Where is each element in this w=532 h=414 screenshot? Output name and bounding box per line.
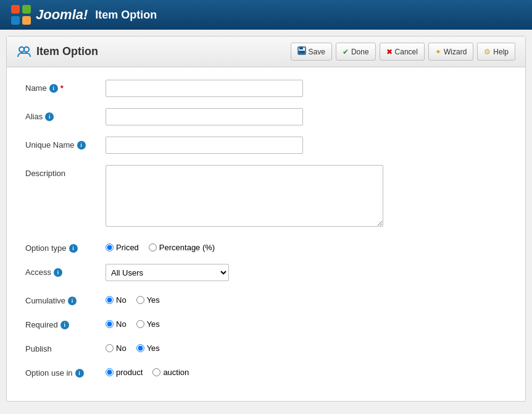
alias-input[interactable] [106, 108, 303, 125]
unique-name-input[interactable] [106, 137, 303, 154]
name-row: Name i * [25, 80, 507, 97]
name-field [106, 80, 507, 97]
unique-name-field [106, 137, 507, 154]
option-type-percentage-option[interactable]: Percentage (%) [149, 243, 215, 252]
option-use-auction-label: auction [163, 368, 189, 377]
unique-name-row: Unique Name i [25, 137, 507, 154]
name-required: * [60, 83, 64, 93]
main-panel: Item Option Save ✔ Done ✖ Canc [6, 36, 526, 402]
name-input[interactable] [106, 80, 303, 97]
svg-point-5 [24, 47, 29, 52]
option-use-auction-radio[interactable] [152, 368, 160, 376]
required-yes-option[interactable]: Yes [136, 319, 160, 329]
alias-label: Alias i [25, 108, 106, 121]
section-title: Item Option [17, 44, 98, 59]
publish-no-radio[interactable] [106, 344, 114, 352]
option-use-product-radio[interactable] [106, 368, 114, 376]
publish-yes-radio[interactable] [136, 344, 144, 352]
alias-info-icon[interactable]: i [45, 112, 54, 121]
wizard-button[interactable]: ✦ Wizard [428, 43, 473, 61]
publish-radio-group: No Yes [106, 340, 507, 353]
access-label: Access i [25, 264, 106, 277]
cancel-button[interactable]: ✖ Cancel [380, 43, 425, 61]
description-field [106, 165, 507, 229]
option-type-priced-label: Priced [116, 243, 139, 252]
cumulative-no-label: No [116, 295, 127, 305]
cancel-icon: ✖ [386, 48, 393, 56]
description-row: Description [25, 165, 507, 229]
cumulative-info-icon[interactable]: i [68, 297, 77, 305]
save-label: Save [309, 48, 325, 56]
save-button[interactable]: Save [291, 43, 332, 61]
required-no-radio[interactable] [106, 320, 114, 328]
wizard-label: Wizard [444, 48, 467, 56]
option-use-product-label: product [116, 368, 143, 377]
alias-field [106, 108, 507, 125]
unique-name-label: Unique Name i [25, 137, 106, 150]
joomla-logo-icon [10, 4, 32, 26]
cumulative-yes-option[interactable]: Yes [136, 295, 160, 305]
topbar-title: Item Option [95, 9, 157, 22]
option-type-priced-radio[interactable] [106, 243, 114, 251]
cumulative-no-radio[interactable] [106, 296, 114, 304]
option-use-in-info-icon[interactable]: i [75, 369, 84, 378]
option-type-percentage-label: Percentage (%) [159, 243, 215, 252]
option-use-product-option[interactable]: product [106, 368, 143, 377]
publish-no-label: No [116, 344, 127, 353]
cumulative-yes-radio[interactable] [136, 296, 144, 304]
option-type-info-icon[interactable]: i [69, 244, 78, 253]
publish-label: Publish [25, 340, 106, 353]
required-row: Required i No Yes [25, 316, 507, 329]
required-no-option[interactable]: No [106, 319, 127, 329]
svg-point-4 [19, 47, 24, 52]
publish-field: No Yes [106, 340, 507, 353]
help-label: Help [493, 48, 509, 56]
option-use-in-field: product auction [106, 365, 507, 377]
done-label: Done [351, 48, 369, 56]
cumulative-no-option[interactable]: No [106, 295, 127, 305]
publish-yes-label: Yes [147, 344, 160, 353]
save-icon [297, 46, 306, 57]
name-label: Name i * [25, 80, 106, 93]
option-use-in-row: Option use in i product auction [25, 365, 507, 378]
option-type-label: Option type i [25, 240, 106, 253]
required-no-label: No [116, 319, 127, 329]
name-info-icon[interactable]: i [49, 84, 58, 93]
required-radio-group: No Yes [106, 316, 507, 329]
option-type-radio-group: Priced Percentage (%) [106, 240, 507, 252]
description-textarea[interactable] [106, 165, 383, 227]
publish-row: Publish No Yes [25, 340, 507, 353]
option-type-priced-option[interactable]: Priced [106, 243, 139, 252]
unique-name-info-icon[interactable]: i [77, 141, 86, 150]
done-icon: ✔ [343, 48, 349, 56]
required-info-icon[interactable]: i [60, 321, 69, 329]
form-area: Name i * Alias i Unique Name i [7, 67, 525, 401]
cumulative-label: Cumulative i [25, 292, 106, 305]
svg-rect-3 [22, 16, 31, 25]
option-type-field: Priced Percentage (%) [106, 240, 507, 252]
required-field: No Yes [106, 316, 507, 329]
cumulative-radio-group: No Yes [106, 292, 507, 305]
description-label: Description [25, 165, 106, 178]
logo: Joomla! [10, 4, 88, 26]
topbar: Joomla! Item Option [0, 0, 532, 30]
cumulative-yes-label: Yes [147, 295, 160, 305]
option-type-percentage-radio[interactable] [149, 243, 157, 251]
cancel-label: Cancel [395, 48, 418, 56]
access-info-icon[interactable]: i [54, 268, 62, 277]
access-select[interactable]: All Users [106, 264, 229, 281]
help-icon: ⚙ [484, 48, 491, 56]
option-use-auction-option[interactable]: auction [152, 368, 189, 377]
required-label: Required i [25, 316, 106, 329]
required-yes-radio[interactable] [136, 320, 144, 328]
help-button[interactable]: ⚙ Help [477, 43, 515, 61]
publish-yes-option[interactable]: Yes [136, 344, 160, 353]
sub-header: Item Option Save ✔ Done ✖ Canc [7, 36, 525, 67]
option-type-row: Option type i Priced Percentage (%) [25, 240, 507, 253]
access-field: All Users [106, 264, 507, 281]
done-button[interactable]: ✔ Done [336, 43, 376, 61]
cumulative-field: No Yes [106, 292, 507, 305]
publish-no-option[interactable]: No [106, 344, 127, 353]
option-use-in-radio-group: product auction [106, 365, 507, 377]
wizard-icon: ✦ [435, 48, 441, 56]
